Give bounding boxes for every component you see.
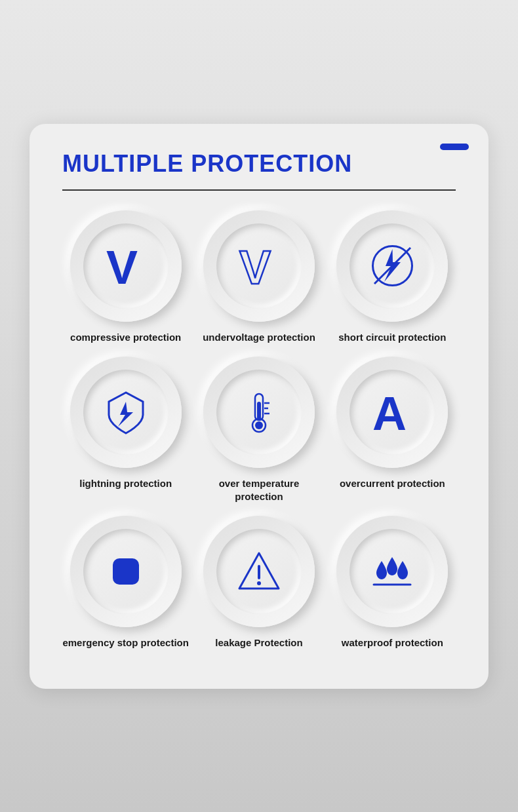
label-overcurrent: overcurrent protection: [340, 477, 445, 490]
label-short-circuit: short circuit protection: [338, 331, 446, 344]
water-drops-icon: [369, 548, 416, 595]
circle-inner-leakage: [216, 529, 302, 614]
warning-triangle-icon: [235, 548, 283, 595]
circle-outer-waterproof: [336, 516, 448, 627]
a-letter-icon: A: [369, 389, 415, 435]
item-overcurrent: A overcurrent protection: [329, 357, 456, 503]
item-leakage: leakage Protection: [195, 516, 322, 649]
divider: [62, 189, 456, 191]
circle-outer-overcurrent: A: [336, 357, 448, 468]
item-undervoltage: V undervoltage protection: [195, 210, 322, 344]
circle-inner-overcurrent: A: [349, 370, 435, 455]
thermometer-icon: [235, 389, 283, 436]
circle-inner-emergency-stop: [83, 529, 169, 614]
svg-text:V: V: [239, 243, 271, 289]
svg-rect-7: [257, 402, 261, 420]
svg-point-17: [257, 581, 261, 585]
lightning-circle-icon: [368, 241, 417, 290]
card-title: MULTIPLE PROTECTION: [62, 150, 456, 178]
circle-inner-lightning: [83, 370, 169, 455]
circle-inner-compressive: V: [83, 223, 169, 309]
svg-rect-14: [113, 558, 139, 585]
circle-outer-lightning: [70, 357, 182, 468]
v-check-icon: V: [103, 243, 149, 289]
circle-inner-short-circuit: [349, 223, 435, 309]
stop-icon: [102, 548, 149, 595]
top-bar-decoration: [440, 144, 469, 150]
svg-text:A: A: [372, 389, 407, 435]
svg-marker-5: [118, 402, 133, 427]
circle-outer-over-temperature: [203, 357, 315, 468]
circle-outer-leakage: [203, 516, 315, 627]
label-lightning: lightning protection: [79, 477, 172, 490]
shield-lightning-icon: [102, 389, 149, 436]
circle-inner-undervoltage: V: [216, 223, 302, 309]
svg-point-9: [255, 421, 263, 429]
label-emergency-stop: emergency stop protection: [62, 636, 189, 649]
item-waterproof: waterproof protection: [329, 516, 456, 649]
item-compressive: V compressive protection: [62, 210, 189, 344]
v-outline-icon: V: [236, 243, 282, 289]
item-over-temperature: over temperature protection: [195, 357, 322, 503]
protection-card: MULTIPLE PROTECTION V compressive protec…: [30, 124, 488, 689]
circle-outer-undervoltage: V: [203, 210, 315, 322]
svg-marker-4: [384, 249, 401, 282]
label-leakage: leakage Protection: [215, 636, 302, 649]
label-over-temperature: over temperature protection: [195, 477, 322, 503]
circle-inner-waterproof: [349, 529, 435, 614]
label-undervoltage: undervoltage protection: [203, 331, 315, 344]
page-background: MULTIPLE PROTECTION V compressive protec…: [0, 0, 518, 812]
circle-outer-compressive: V: [70, 210, 182, 322]
svg-text:V: V: [106, 243, 138, 289]
item-emergency-stop: emergency stop protection: [62, 516, 189, 649]
circle-outer-short-circuit: [336, 210, 448, 322]
protection-grid: V compressive protection V undervoltage …: [62, 210, 456, 649]
circle-outer-emergency-stop: [70, 516, 182, 627]
label-compressive: compressive protection: [70, 331, 181, 344]
item-lightning: lightning protection: [62, 357, 189, 503]
circle-inner-over-temperature: [216, 370, 302, 455]
label-waterproof: waterproof protection: [342, 636, 443, 649]
item-short-circuit: short circuit protection: [329, 210, 456, 344]
